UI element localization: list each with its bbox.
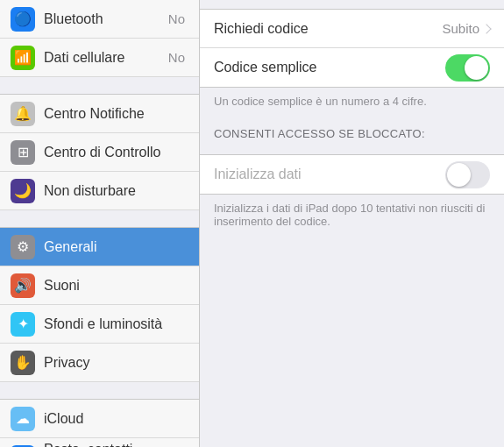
sidebar-item-label-bluetooth: Bluetooth	[44, 11, 168, 27]
inizializza-note: Inizializza i dati di iPad dopo 10 tenta…	[200, 195, 504, 237]
main-content: Richiedi codiceSubitoCodice sempliceUn c…	[200, 0, 504, 447]
sidebar-item-sfondi[interactable]: ✦Sfondi e luminosità	[0, 305, 199, 344]
privacy-icon: ✋	[11, 351, 35, 375]
sidebar-item-icloud[interactable]: ☁iCloud	[0, 400, 199, 438]
sidebar-item-controllo[interactable]: ⊞Centro di Controllo	[0, 133, 199, 172]
sidebar-item-disturbare[interactable]: 🌙Non disturbare	[0, 172, 199, 210]
toggle-inizializza-dati[interactable]	[445, 161, 490, 188]
sidebar-item-label-privacy: Privacy	[44, 355, 188, 371]
sidebar-item-label-controllo: Centro di Controllo	[44, 145, 188, 160]
sidebar-item-cellular[interactable]: 📶Dati cellulareNo	[0, 39, 199, 77]
bluetooth-icon: 🔵	[11, 7, 35, 32]
sidebar-item-posta[interactable]: ✉Posta, contatti, calendari	[0, 438, 199, 447]
chevron-icon	[481, 24, 491, 33]
sfondi-icon: ✦	[11, 312, 35, 337]
sidebar-item-value-bluetooth: No	[168, 11, 185, 26]
sidebar: 🔵BluetoothNo📶Dati cellulareNo🔔Centro Not…	[0, 0, 200, 447]
top-section: Richiedi codiceSubitoCodice semplice	[200, 9, 504, 88]
sidebar-item-privacy[interactable]: ✋Privacy	[0, 344, 199, 382]
sidebar-separator	[0, 382, 199, 400]
row-label-richiedi-codice: Richiedi codice	[214, 21, 442, 37]
icloud-icon: ☁	[11, 407, 35, 431]
disturbare-icon: 🌙	[11, 179, 35, 203]
sidebar-item-label-cellular: Dati cellulare	[44, 50, 168, 66]
controllo-icon: ⊞	[11, 140, 35, 165]
sidebar-item-label-suoni: Suoni	[44, 278, 188, 294]
sidebar-item-label-posta: Posta, contatti, calendari	[44, 442, 188, 448]
sidebar-item-notifiche[interactable]: 🔔Centro Notifiche	[0, 95, 199, 133]
suoni-icon: 🔊	[11, 273, 35, 298]
sidebar-separator	[0, 77, 199, 95]
row-codice-semplice: Codice semplice	[200, 48, 504, 87]
sidebar-item-label-sfondi: Sfondi e luminosità	[44, 316, 188, 332]
sidebar-item-label-generali: Generali	[44, 239, 188, 255]
sidebar-item-label-icloud: iCloud	[44, 411, 188, 427]
sidebar-item-label-disturbare: Non disturbare	[44, 183, 188, 199]
cellular-icon: 📶	[11, 46, 35, 70]
notifiche-icon: 🔔	[11, 102, 35, 126]
generali-icon: ⚙	[11, 235, 35, 259]
sidebar-separator	[0, 210, 199, 228]
row-richiedi-codice[interactable]: Richiedi codiceSubito	[200, 10, 504, 48]
row-value-richiedi-codice: Subito	[442, 21, 479, 36]
toggle-codice-semplice[interactable]	[445, 54, 490, 82]
sidebar-item-value-cellular: No	[168, 50, 185, 65]
sidebar-item-label-notifiche: Centro Notifiche	[44, 106, 188, 122]
row-label-codice-semplice: Codice semplice	[214, 60, 445, 75]
sidebar-item-generali[interactable]: ⚙Generali	[0, 228, 199, 266]
sidebar-item-bluetooth[interactable]: 🔵BluetoothNo	[0, 0, 199, 39]
toggle-knob	[447, 163, 471, 187]
toggle-knob	[465, 56, 488, 80]
sidebar-item-suoni[interactable]: 🔊Suoni	[0, 266, 199, 305]
section-title: CONSENTI ACCESSO SE BLOCCATO:	[200, 117, 504, 145]
row-label-inizializza-dati: Inizializza dati	[214, 167, 445, 182]
codice-note: Un codice semplice è un numero a 4 cifre…	[200, 88, 504, 117]
bottom-section: Inizializza dati	[200, 154, 504, 195]
row-inizializza-dati: Inizializza dati	[200, 155, 504, 194]
